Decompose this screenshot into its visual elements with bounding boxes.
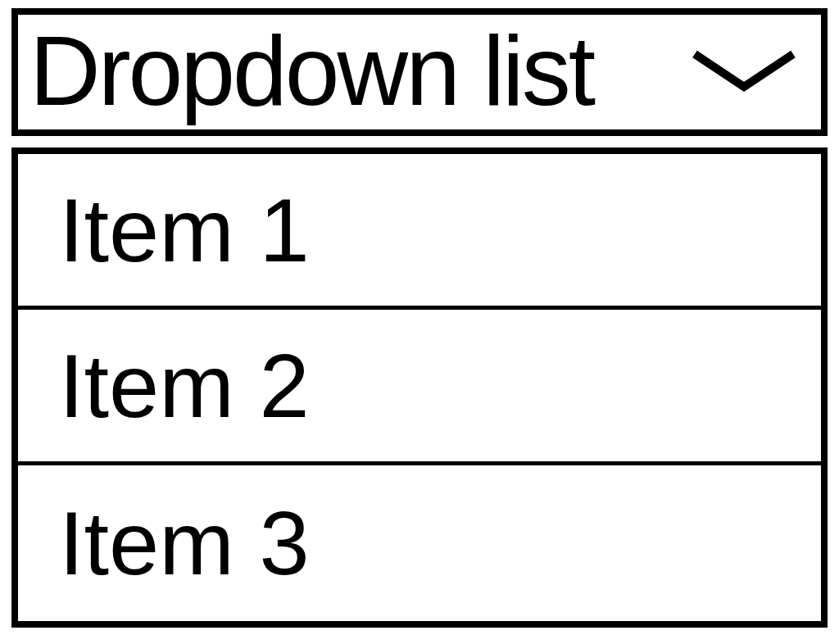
dropdown-item-label: Item 3 <box>59 498 310 588</box>
dropdown-list: Item 1 Item 2 Item 3 <box>11 147 828 628</box>
dropdown-item-label: Item 1 <box>59 185 310 275</box>
chevron-down-icon <box>687 42 801 99</box>
dropdown-container: Dropdown list Item 1 Item 2 Item 3 <box>0 0 839 636</box>
dropdown-item-1[interactable]: Item 1 <box>18 154 821 310</box>
dropdown-label: Dropdown list <box>29 21 593 120</box>
dropdown-item-label: Item 2 <box>59 341 310 431</box>
dropdown-toggle[interactable]: Dropdown list <box>11 8 828 136</box>
dropdown-item-3[interactable]: Item 3 <box>18 465 821 621</box>
dropdown-item-2[interactable]: Item 2 <box>18 310 821 465</box>
